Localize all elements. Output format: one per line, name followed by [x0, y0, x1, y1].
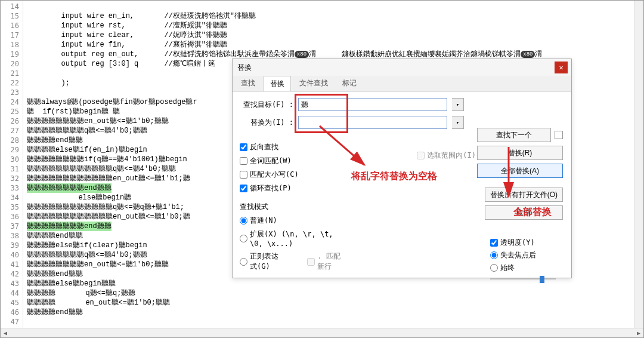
- replace-dialog: 替换 ✕ 查找 替换 文件查找 标记 查找目标(F) : ▾ 替换为(I) : …: [232, 59, 572, 278]
- code-line[interactable]: input wire clear, //娓哼汰淇"徘聽聽: [27, 30, 643, 40]
- replace-all-button[interactable]: 全部替换(A): [477, 164, 563, 178]
- line-number: 33: [1, 183, 19, 193]
- replace-button[interactable]: 替换(R): [477, 146, 563, 160]
- line-number: 29: [1, 145, 19, 155]
- code-line[interactable]: input wire rst, //澶斯綏淇"徘聽聽: [27, 21, 643, 30]
- scroll-left-icon[interactable]: ◀: [1, 328, 10, 338]
- line-number: 37: [1, 222, 19, 231]
- mode-normal-radio[interactable]: 普通(N): [240, 216, 341, 226]
- line-number: 20: [1, 59, 19, 69]
- find-next-button[interactable]: 查找下一个: [477, 128, 551, 142]
- line-number: 34: [1, 193, 19, 202]
- always-radio[interactable]: 始终: [490, 263, 515, 273]
- line-number: 43: [1, 279, 19, 288]
- dialog-body: 查找目标(F) : ▾ 替换为(I) : ▾ 反向查找 全词匹配(W) 匹配大小…: [233, 92, 571, 278]
- code-line[interactable]: [27, 2, 643, 11]
- line-number: 18: [1, 40, 19, 50]
- reverse-search-checkbox[interactable]: 反向查找: [240, 142, 341, 152]
- find-input[interactable]: [298, 98, 447, 111]
- line-number: 46: [1, 308, 19, 317]
- line-number: 16: [1, 21, 19, 30]
- scroll-right-icon[interactable]: ▶: [634, 328, 643, 338]
- close-icon[interactable]: ✕: [555, 62, 568, 73]
- line-number: 23: [1, 88, 19, 97]
- code-line[interactable]: input wire fin, //襄祈褥淇"徘聽聽: [27, 40, 643, 50]
- dialog-title: 替换: [237, 63, 252, 73]
- line-number: 39: [1, 241, 19, 250]
- search-mode-label: 查找模式: [240, 202, 341, 212]
- line-number: 41: [1, 260, 19, 269]
- find-history-dropdown[interactable]: ▾: [452, 98, 464, 111]
- line-number: 38: [1, 231, 19, 241]
- code-line[interactable]: input wire en_in, //权撻瑗洗胯馅祂淇"徘聽聽: [27, 11, 643, 21]
- line-number: 17: [1, 30, 19, 40]
- vertical-scrollbar[interactable]: [634, 1, 643, 328]
- code-line[interactable]: output reg en_out, //权撻馟洗胯馅祂锑出馱浜座帶鍣朵笭渭x8…: [27, 50, 643, 59]
- transparency-checkbox[interactable]: 透明度(Y): [490, 238, 535, 248]
- find-next-extra-checkbox[interactable]: [555, 131, 563, 139]
- cancel-button[interactable]: 取消: [485, 205, 563, 220]
- replace-label: 替换为(I) :: [240, 118, 293, 128]
- code-line[interactable]: [27, 317, 643, 327]
- code-line[interactable]: 聽聽聽聽 q聽<=聽q;聽聽: [27, 288, 643, 298]
- horizontal-scrollbar[interactable]: ◀ ▶: [1, 328, 643, 337]
- line-number: 27: [1, 126, 19, 136]
- dialog-tabs: 查找 替换 文件查找 标记: [233, 76, 571, 92]
- line-number: 31: [1, 164, 19, 174]
- line-number: 45: [1, 298, 19, 308]
- line-number: 30: [1, 155, 19, 164]
- whole-word-checkbox[interactable]: 全词匹配(W): [240, 156, 341, 166]
- dialog-titlebar[interactable]: 替换 ✕: [233, 59, 571, 76]
- line-number: 44: [1, 288, 19, 298]
- on-lose-focus-radio[interactable]: 失去焦点后: [490, 250, 536, 260]
- find-label: 查找目标(F) :: [240, 100, 293, 110]
- line-number: 42: [1, 269, 19, 279]
- tab-find-in-files[interactable]: 文件查找: [293, 76, 334, 91]
- line-number: 24: [1, 97, 19, 107]
- line-number: 15: [1, 11, 19, 21]
- wrap-around-checkbox[interactable]: 循环查找(P): [240, 183, 341, 193]
- code-line[interactable]: 聽聽聽聽end聽聽: [27, 308, 643, 317]
- in-selection-checkbox[interactable]: 选取范围内(I): [417, 150, 476, 161]
- line-number: 47: [1, 317, 19, 327]
- mode-regex-radio[interactable]: 正则表达式(G) . 匹配新行: [240, 251, 341, 272]
- line-number: 40: [1, 250, 19, 260]
- line-number: 26: [1, 116, 19, 126]
- mode-extended-radio[interactable]: 扩展(X) (\n, \r, \t, \0, \x...): [240, 229, 341, 248]
- match-case-checkbox[interactable]: 匹配大小写(C): [240, 170, 341, 180]
- line-number: 25: [1, 107, 19, 116]
- replace-history-dropdown[interactable]: ▾: [452, 116, 464, 129]
- line-number: 22: [1, 78, 19, 88]
- line-number: 14: [1, 2, 19, 11]
- line-number: 19: [1, 50, 19, 59]
- code-line[interactable]: 聽聽聽聽 en_out聽<=聽1'b0;聽聽: [27, 298, 643, 308]
- tab-find[interactable]: 查找: [235, 76, 261, 91]
- line-number: 28: [1, 136, 19, 145]
- line-number: 32: [1, 174, 19, 183]
- line-number: 21: [1, 69, 19, 78]
- tab-mark[interactable]: 标记: [336, 76, 363, 91]
- transparency-slider[interactable]: [490, 275, 556, 284]
- line-number: 36: [1, 212, 19, 222]
- line-number: 35: [1, 202, 19, 212]
- line-number-gutter: 1415161718192021222324252627282930313233…: [1, 1, 23, 328]
- tab-replace[interactable]: 替换: [264, 76, 291, 91]
- replace-input[interactable]: [298, 116, 447, 129]
- replace-all-open-files-button[interactable]: 替换所有打开文件(O): [485, 188, 563, 202]
